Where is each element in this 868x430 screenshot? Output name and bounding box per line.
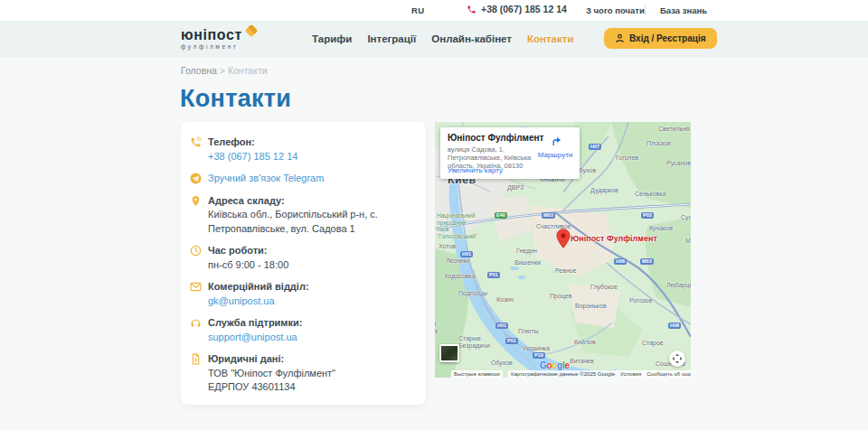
clock-icon	[189, 244, 203, 272]
getting-started-link[interactable]: З чого почати	[586, 5, 645, 15]
page: RU +38 (067) 185 12 14 З чого почати Баз…	[0, 0, 868, 430]
telegram-link[interactable]: Зручний зв'язок Telegram	[208, 172, 324, 186]
working-hours: пн-сб 9:00 - 18:00	[208, 258, 413, 273]
page-title: Контакти	[180, 85, 291, 113]
keyboard-shortcuts-link[interactable]: Быстрые клавиши	[451, 370, 503, 378]
contact-label: Служба підтримки:	[208, 316, 413, 331]
topbar-phone-number: +38 (067) 185 12 14	[481, 4, 567, 14]
knowledge-base-link[interactable]: База знань	[660, 5, 707, 15]
logo-title: юніпост	[181, 27, 242, 42]
login-register-button[interactable]: Вхід / Реєстрація	[604, 28, 717, 49]
satellite-view-thumbnail[interactable]	[439, 344, 459, 362]
map-marker-icon[interactable]	[556, 229, 571, 248]
contact-label: Час роботи:	[208, 244, 413, 258]
map-report-error-link[interactable]: Сообщить об ошибке на карте	[644, 370, 691, 378]
contact-label: Телефон:	[208, 136, 413, 150]
main-nav: Тарифи Інтеграції Онлайн-кабінет Контакт…	[312, 21, 573, 57]
legal-company-name: ТОВ "Юніпост Фулфілмент"	[208, 367, 413, 381]
headphones-icon	[189, 316, 203, 344]
phone-icon	[189, 136, 203, 164]
nav-tariffs[interactable]: Тарифи	[312, 33, 352, 44]
legal-edrpou: ЕДРПОУ 43601134	[208, 380, 413, 395]
contact-item-telegram: Зручний зв'язок Telegram	[189, 172, 413, 186]
top-utility-bar: RU +38 (067) 185 12 14 З чого почати Баз…	[0, 0, 868, 21]
telegram-icon	[189, 172, 203, 186]
commercial-email-link[interactable]: gk@unipost.ua	[208, 294, 275, 309]
contact-item-support: Служба підтримки: support@unipost.ua	[189, 316, 413, 344]
breadcrumb-current: Контакти	[228, 65, 268, 76]
logo-cube-icon	[245, 24, 258, 37]
map-info-window: Юніпост Фулфілмент вулиця Садова, 1, Пет…	[440, 127, 580, 179]
directions-label: Маршрути	[536, 151, 574, 159]
language-selector[interactable]: RU	[411, 5, 425, 15]
phone-icon	[467, 5, 476, 14]
directions-icon	[550, 135, 561, 146]
breadcrumb-separator: >	[220, 65, 225, 76]
document-icon	[189, 352, 203, 395]
envelope-icon	[189, 280, 203, 308]
contact-item-legal: Юридичні дані: ТОВ "Юніпост Фулфілмент" …	[189, 352, 413, 395]
login-button-label: Вхід / Реєстрація	[629, 33, 706, 43]
topbar-phone-link[interactable]: +38 (067) 185 12 14	[467, 4, 567, 14]
breadcrumb: Головна > Контакти	[181, 65, 268, 76]
contact-item-hours: Час роботи: пн-сб 9:00 - 18:00	[189, 244, 413, 272]
logo[interactable]: юніпост фулфілмент	[181, 27, 256, 50]
google-logo[interactable]: Google	[540, 360, 570, 370]
main-header: юніпост фулфілмент Тарифи Інтеграції Онл…	[0, 21, 868, 57]
topbar-divider	[645, 4, 646, 15]
map-attribution: Быстрые клавиши Картографические данные …	[435, 370, 691, 378]
contact-item-phone: Телефон: +38 (067) 185 12 14	[189, 136, 413, 164]
directions-link[interactable]: Маршрути	[536, 134, 574, 159]
contact-label: Адреса складу:	[208, 194, 413, 209]
nav-integrations[interactable]: Інтеграції	[367, 33, 416, 44]
breadcrumb-home[interactable]: Головна	[181, 65, 217, 76]
contact-label: Комерційний відділ:	[208, 280, 413, 294]
nav-contacts[interactable]: Контакти	[527, 33, 573, 44]
contact-info-card: Телефон: +38 (067) 185 12 14 Зручний зв'…	[181, 122, 426, 405]
phone-link[interactable]: +38 (067) 185 12 14	[208, 150, 297, 164]
enlarge-map-link[interactable]: Увеличить карту	[448, 166, 503, 174]
contact-item-address: Адреса складу: Київська обл., Бориспільс…	[189, 194, 413, 237]
pan-control[interactable]	[669, 351, 685, 367]
contact-label: Юридичні дані:	[208, 352, 413, 367]
logo-subtitle: фулфілмент	[181, 43, 256, 50]
pan-arrows-icon	[672, 353, 683, 364]
location-pin-icon	[189, 194, 203, 237]
warehouse-address: Київська обл., Бориспільський р-н, с. Пе…	[208, 208, 413, 236]
map-data-attribution: Картографические данные ©2025 Google	[508, 370, 618, 378]
support-email-link[interactable]: support@unipost.ua	[208, 331, 297, 345]
contact-item-commercial: Комерційний відділ: gk@unipost.ua	[189, 280, 413, 308]
nav-online-cabinet[interactable]: Онлайн-кабінет	[431, 33, 512, 44]
person-icon	[615, 33, 625, 43]
google-map[interactable]: КиевДВРЗКняжичиДударковСеньковкаСветильн…	[435, 122, 691, 378]
map-terms-link[interactable]: Условия	[618, 370, 644, 378]
